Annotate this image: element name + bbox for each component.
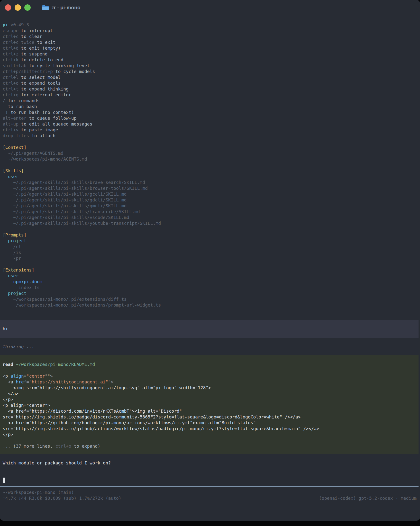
section-header-prompts: [Prompts]: [0, 232, 420, 238]
skill-path: ~/.pi/agent/skills/pi-skills/browser-too…: [0, 185, 420, 191]
group-label-project: project: [0, 238, 420, 244]
shortcut-line: ctrl+c twice to exit: [0, 40, 420, 45]
prompt-item: /pr: [0, 255, 420, 261]
intro-block: pi v0.49.3escape to interruptctrl+c to c…: [0, 22, 420, 308]
skill-path: ~/.pi/agent/skills/pi-skills/youtube-tra…: [0, 220, 420, 226]
shortcut-line: ctrl+o to expand tools: [0, 80, 420, 86]
context-path: ~/workspaces/pi-mono/AGENTS.md: [0, 156, 420, 162]
prompt-input[interactable]: [0, 474, 419, 486]
group-label-user: user: [0, 273, 420, 279]
folder-icon: [42, 5, 49, 10]
extension-item: npm:pi-doom: [0, 279, 420, 285]
blank-line: [0, 261, 420, 267]
shortcut-line: shift+tab to cycle thinking level: [0, 63, 420, 69]
zoom-button[interactable]: [24, 4, 31, 11]
shortcut-line: / for commands: [0, 98, 420, 104]
truncation-line: ... (37 more lines, ctrl+o to expand): [0, 443, 419, 449]
cwd-branch-status: ~/workspaces/pi-mono (main): [0, 489, 420, 495]
shortcut-line: !! to run bash (no context): [0, 110, 420, 115]
skill-path: ~/.pi/agent/skills/pi-skills/gdcli/SKILL…: [0, 197, 420, 203]
minimize-button[interactable]: [15, 4, 21, 11]
tool-output-block: read ~/workspaces/pi-mono/README.md<p al…: [0, 355, 419, 454]
shortcut-line: ctrl+d to exit (empty): [0, 45, 420, 51]
blank-line: [0, 226, 420, 232]
section-header-extensions: [Extensions]: [0, 267, 420, 273]
prompt-item: /cl: [0, 244, 420, 250]
code-line: </p>: [0, 432, 419, 437]
thinking-label: Thinking ...: [0, 344, 420, 350]
context-path: ~/.pi/agent/AGENTS.md: [0, 150, 420, 156]
extension-subitem: index.ts: [0, 285, 420, 291]
terminal-content: pi v0.49.3escape to interruptctrl+c to c…: [0, 22, 420, 501]
section-header-context: [Context]: [0, 144, 420, 150]
code-line: </p>: [0, 396, 419, 402]
close-button[interactable]: [5, 4, 11, 11]
blank-line: [0, 162, 420, 168]
blank-line: [0, 367, 419, 373]
status-bar: ~/workspaces/pi-mono (main) ↑4.7k ↓44 R3…: [0, 489, 420, 501]
blank-line: [0, 139, 420, 144]
version-line: pi v0.49.3: [0, 22, 420, 28]
section-header-skills: [Skills]: [0, 168, 420, 174]
tool-read-header: read ~/workspaces/pi-mono/README.md: [0, 362, 419, 367]
skill-path: ~/.pi/agent/skills/pi-skills/transcribe/…: [0, 209, 420, 215]
code-line: <p align="center"">: [0, 373, 419, 379]
blank-line: [0, 437, 419, 443]
shortcut-line: ctrl+t to expand thinking: [0, 86, 420, 92]
window-title: π - pi-mono: [52, 5, 81, 10]
group-label-project: project: [0, 291, 420, 296]
assistant-message: Which module or package should I work on…: [0, 460, 420, 466]
user-message-box: hi: [0, 320, 419, 338]
shortcut-line: ! to run bash: [0, 104, 420, 110]
shortcut-line: ctrl+g for external editor: [0, 92, 420, 98]
code-line: src="https://img.shields.io/github/actio…: [0, 426, 419, 432]
skill-path: ~/.pi/agent/skills/pi-skills/vscode/SKIL…: [0, 215, 420, 220]
shortcut-line: escape to interrupt: [0, 28, 420, 34]
skill-path: ~/.pi/agent/skills/pi-skills/gmcli/SKILL…: [0, 203, 420, 209]
titlebar: π - pi-mono: [0, 0, 420, 15]
code-line: <a href="https://github.com/badlogic/pi-…: [0, 420, 419, 426]
prompt-item: /is: [0, 250, 420, 255]
code-line: <a href="https://discord.com/invite/nKXT…: [0, 408, 419, 414]
shortcut-line: ctrl+l to select model: [0, 74, 420, 80]
code-line: <img src="https://shittycodingagent.ai/l…: [0, 385, 419, 391]
extension-item: ~/workspaces/pi-mono/.pi/extensions/diff…: [0, 296, 420, 302]
group-label-user: user: [0, 174, 420, 180]
extension-item: ~/workspaces/pi-mono/.pi/extensions/prom…: [0, 302, 420, 308]
shortcut-line: ctrl+c to clear: [0, 34, 420, 40]
shortcut-line: alt+up to edit all queued messages: [0, 121, 420, 127]
model-status: (openai-codex) gpt-5.2-codex · medium: [316, 495, 417, 501]
shortcut-line: ctrl+v to paste image: [0, 127, 420, 133]
text-cursor: [3, 478, 5, 483]
skill-path: ~/.pi/agent/skills/pi-skills/brave-searc…: [0, 180, 420, 185]
shortcut-line: ctrl+z to suspend: [0, 51, 420, 57]
skill-path: ~/.pi/agent/skills/pi-skills/gccli/SKILL…: [0, 191, 420, 197]
code-line: <a href="https://shittycodingagent.ai"">: [0, 379, 419, 385]
token-usage-status: ↑4.7k ↓44 R3.8k $0.009 (sub) 1.7%/272k (…: [0, 495, 122, 501]
code-line: </a>: [0, 391, 419, 396]
shortcut-line: ctrl+p/shift+ctrl+p to cycle models: [0, 69, 420, 74]
code-line: src="https://img.shields.io/badge/discor…: [0, 414, 419, 420]
shortcut-line: ctrl+k to delete to end: [0, 57, 420, 63]
user-message: hi: [0, 326, 419, 332]
shortcut-line: alt+enter to queue follow-up: [0, 115, 420, 121]
terminal-window: π - pi-mono pi v0.49.3escape to interrup…: [0, 0, 420, 521]
shortcut-line: drop files to attach: [0, 133, 420, 139]
code-line: <p align="center">: [0, 402, 419, 408]
